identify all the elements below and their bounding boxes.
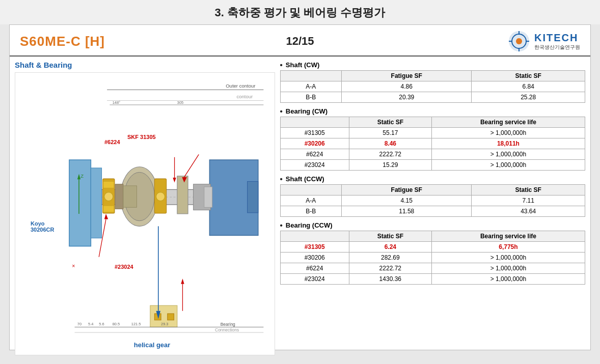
row-label: A-A — [280, 81, 342, 92]
table-row: #6224 2222.72 > 1,000,000h — [280, 263, 585, 274]
svg-point-20 — [104, 192, 113, 201]
svg-marker-46 — [173, 178, 176, 183]
fatigue-sf: 4.86 — [342, 81, 472, 92]
shaft-cw-table: Fatigue SF Static SF A-A 4.86 6.84 B-B 2… — [280, 70, 585, 103]
svg-rect-25 — [248, 181, 258, 212]
table-row: #31305 6.24 6,775h — [280, 242, 585, 253]
svg-text:70: 70 — [77, 322, 81, 326]
annotation-23024: #23024 — [115, 264, 133, 270]
shaft-ccw-label: • Shaft (CCW) — [280, 175, 585, 183]
svg-text:Bearing: Bearing — [221, 322, 235, 327]
page-title: 3. 축하중 평가 및 베어링 수명평가 — [0, 0, 600, 24]
row-label: #23024 — [280, 160, 349, 171]
svg-point-2 — [516, 38, 522, 44]
svg-text:Connections: Connections — [215, 327, 239, 332]
main-container: S60ME-C [H] 12/15 KITECH 한국생산기술연구원 Shaft… — [9, 24, 591, 350]
fatigue-sf: 11.58 — [342, 206, 472, 217]
table-row: #31305 55.17 > 1,000,000h — [280, 128, 585, 138]
fatigue-sf: 20.39 — [342, 92, 472, 103]
row-label: A-A — [280, 195, 342, 206]
helical-gear-label: helical gear — [134, 341, 171, 349]
static-sf: 2222.72 — [349, 263, 431, 274]
logo-kitech: KITECH — [534, 32, 578, 44]
svg-marker-52 — [181, 278, 184, 284]
page-number: 12/15 — [286, 35, 314, 48]
mechanical-diagram: Outer contour contour — [15, 73, 275, 355]
service-life: > 1,000,000h — [431, 160, 585, 171]
static-sf: 282.69 — [349, 253, 431, 263]
row-label: #6224 — [280, 149, 349, 160]
kitech-logo-icon — [508, 30, 530, 52]
row-label: #6224 — [280, 263, 349, 274]
svg-text:148°: 148° — [113, 100, 120, 105]
row-label: B-B — [280, 92, 342, 103]
shaft-ccw-col1: Fatigue SF — [342, 185, 472, 195]
bearing-ccw-section: • Bearing (CCW) Static SF Bearing servic… — [280, 221, 585, 285]
svg-text:80.5: 80.5 — [113, 322, 120, 326]
annotation-skf31305: SKF 31305 — [127, 134, 156, 140]
shaft-ccw-section: • Shaft (CCW) Fatigue SF Static SF A-A 4… — [280, 175, 585, 217]
shaft-cw-section: • Shaft (CW) Fatigue SF Static SF A-A 4.… — [280, 61, 585, 103]
svg-rect-31 — [115, 184, 123, 209]
annotation-6224: #6224 — [104, 139, 120, 145]
row-label: #30206 — [280, 253, 349, 263]
svg-rect-14 — [91, 168, 101, 238]
diagram-area: Outer contour contour — [15, 72, 275, 355]
row-label: #31305 — [280, 128, 349, 138]
bearing-cw-label: • Bearing (CW) — [280, 107, 585, 116]
svg-text:29.3: 29.3 — [161, 322, 168, 326]
bearing-cw-col0 — [280, 117, 349, 128]
table-row: #23024 1430.36 > 1,000,000h — [280, 274, 585, 285]
table-row: #6224 2222.72 > 1,000,000h — [280, 149, 585, 160]
left-panel: Shaft & Bearing Outer contour contour — [15, 61, 275, 355]
service-life: > 1,000,000h — [431, 253, 585, 263]
static-sf: 6.84 — [472, 81, 585, 92]
annotation-koyo: Koyo30206CR — [31, 220, 54, 233]
right-panel: • Shaft (CW) Fatigue SF Static SF A-A 4.… — [280, 61, 585, 355]
svg-text:Z: Z — [80, 173, 84, 179]
bearing-ccw-col0 — [280, 231, 349, 242]
table-row: B-B 20.39 25.28 — [280, 92, 585, 103]
svg-rect-13 — [69, 160, 91, 246]
table-row: #30206 8.46 18,011h — [280, 138, 585, 149]
logo-area: KITECH 한국생산기술연구원 — [508, 30, 580, 52]
static-sf: 15.29 — [349, 160, 431, 171]
static-sf: 55.17 — [349, 128, 431, 138]
svg-rect-23 — [177, 176, 188, 214]
table-row: B-B 11.58 43.64 — [280, 206, 585, 217]
bearing-ccw-col2: Bearing service life — [431, 231, 585, 242]
bearing-cw-col2: Bearing service life — [431, 117, 585, 128]
svg-rect-19 — [103, 206, 114, 212]
svg-text:5.6: 5.6 — [99, 322, 104, 326]
service-life: > 1,000,000h — [431, 128, 585, 138]
svg-text:contour: contour — [236, 94, 253, 99]
table-row: #23024 15.29 > 1,000,000h — [280, 160, 585, 171]
service-life: 18,011h — [431, 138, 585, 149]
svg-text:Outer contour: Outer contour — [226, 83, 256, 89]
svg-line-47 — [184, 154, 199, 177]
bearing-ccw-label: • Bearing (CCW) — [280, 221, 585, 230]
static-sf: 1430.36 — [349, 274, 431, 285]
svg-text:305: 305 — [177, 100, 183, 105]
row-label: #30206 — [280, 138, 349, 149]
shaft-cw-col0 — [280, 71, 342, 81]
bearing-cw-section: • Bearing (CW) Static SF Bearing service… — [280, 107, 585, 171]
shaft-cw-col1: Fatigue SF — [342, 71, 472, 81]
header-bar: S60ME-C [H] 12/15 KITECH 한국생산기술연구원 — [10, 25, 590, 57]
svg-text:×: × — [72, 263, 75, 269]
bearing-ccw-col1: Static SF — [349, 231, 431, 242]
row-label: B-B — [280, 206, 342, 217]
model-name: S60ME-C [H] — [20, 34, 105, 49]
logo-text: KITECH 한국생산기술연구원 — [534, 32, 580, 51]
fatigue-sf: 4.15 — [342, 195, 472, 206]
shaft-cw-col2: Static SF — [472, 71, 585, 81]
service-life: > 1,000,000h — [431, 149, 585, 160]
row-label: #31305 — [280, 242, 349, 253]
shaft-ccw-col0 — [280, 185, 342, 195]
svg-rect-18 — [103, 181, 114, 188]
static-sf: 7.11 — [472, 195, 585, 206]
svg-text:121.5: 121.5 — [131, 322, 141, 326]
table-row: A-A 4.86 6.84 — [280, 81, 585, 92]
shaft-cw-label: • Shaft (CW) — [280, 61, 585, 69]
bearing-cw-col1: Static SF — [349, 117, 431, 128]
